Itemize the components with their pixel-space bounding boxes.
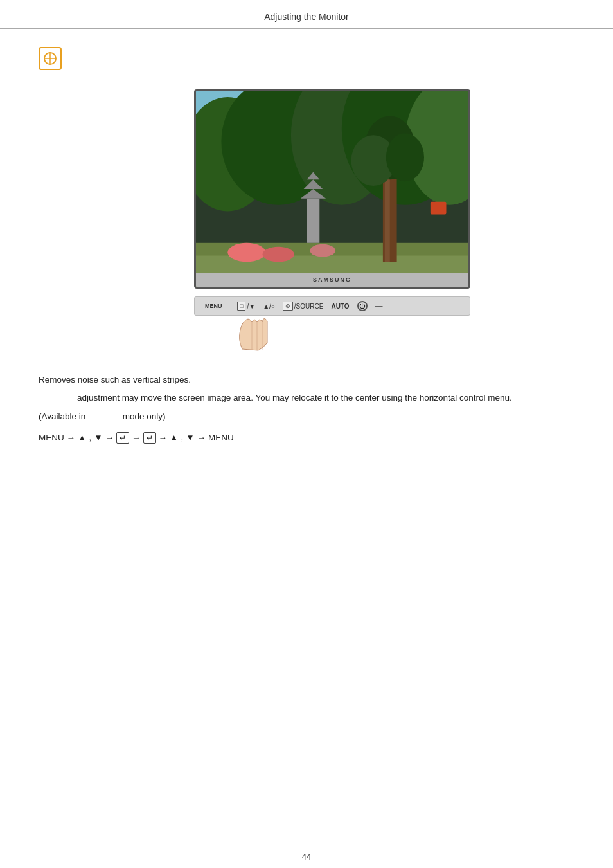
arrow-control: ▲/○ <box>263 303 275 310</box>
monitor-image-container: SAMSUNG MENU □/▼ ▲/○ ⊙/SOURCE AUTO ⏻ — <box>90 89 574 354</box>
available-prefix: (Available in <box>39 411 85 421</box>
nav-up2: ▲ <box>170 433 178 442</box>
source-box: ⊙ <box>283 302 293 311</box>
nav-menu-end: MENU <box>208 433 234 442</box>
nav-arrow3: → <box>159 433 168 442</box>
page-footer: 44 <box>0 845 613 868</box>
svg-rect-11 <box>307 199 320 243</box>
page-number: 44 <box>302 852 311 862</box>
content-area: SAMSUNG MENU □/▼ ▲/○ ⊙/SOURCE AUTO ⏻ — <box>0 41 613 482</box>
nav-enter2: ↵ <box>143 432 156 444</box>
hand-indicator <box>194 316 470 354</box>
auto-label: AUTO <box>331 303 349 310</box>
nav-down: ▼ <box>94 433 102 442</box>
menu-label: MENU <box>205 303 229 309</box>
nav-enter1: ↵ <box>116 432 129 444</box>
page-title: Adjusting the Monitor <box>264 12 349 22</box>
navigation-line: MENU → ▲ , ▼ → ↵ → ↵ → ▲ , ▼ → MENU <box>39 432 574 444</box>
power-button: ⏻ <box>357 301 368 311</box>
nav-menu-start: MENU → <box>39 433 75 442</box>
dash-line: — <box>375 302 383 311</box>
nav-comma2: , <box>181 433 183 442</box>
monitor-bottom-bar: SAMSUNG <box>196 273 468 287</box>
available-suffix: mode only) <box>123 411 166 421</box>
description-line2: adjustment may move the screen image are… <box>39 392 574 404</box>
description-line1: Removes noise such as vertical stripes. <box>39 374 574 386</box>
samsung-logo: SAMSUNG <box>313 276 351 283</box>
nav-down2: ▼ <box>186 433 194 442</box>
nav-arrow2: → <box>132 433 141 442</box>
source-control: ⊙/SOURCE <box>283 302 324 311</box>
svg-rect-23 <box>431 202 447 215</box>
svg-point-22 <box>310 244 335 257</box>
nav-arrow4: → <box>197 433 206 442</box>
coarse-icon <box>39 47 62 70</box>
nav-arrow1: → <box>105 433 114 442</box>
brightness-control: □/▼ <box>237 302 255 311</box>
text-section: Removes noise such as vertical stripes. … <box>39 374 574 444</box>
monitor-display: SAMSUNG <box>194 89 470 289</box>
description-line3: (Available in mode only) <box>39 410 574 423</box>
nav-up: ▲ <box>78 433 86 442</box>
page-header: Adjusting the Monitor <box>0 0 613 29</box>
nav-comma1: , <box>89 433 91 442</box>
svg-point-19 <box>386 133 424 181</box>
svg-point-20 <box>227 243 265 262</box>
brightness-box: □ <box>237 302 245 311</box>
svg-point-21 <box>263 247 294 262</box>
